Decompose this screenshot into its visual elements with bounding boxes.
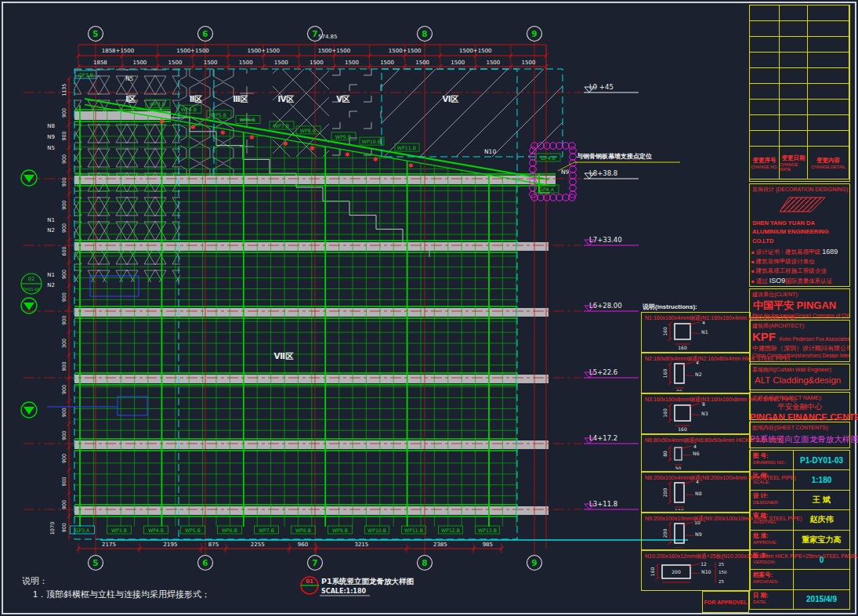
revision-cell (808, 5, 849, 21)
section-sketch-N10: 16020012N102515025 (642, 559, 748, 589)
svg-text:WP7.B: WP7.B (259, 527, 274, 533)
revision-cell (750, 21, 780, 37)
svg-text:2195: 2195 (164, 542, 178, 548)
revision-header-row: 变更序号CHANGE NO.变更日期CHANGE DATE变更内容CHANGE … (750, 147, 849, 179)
approval-text: FOR APPROVEL (704, 600, 748, 605)
title-row-archives-: 档案号:ARCHIVES: (750, 570, 849, 589)
legend-item-N2: N2:160x80x4mm钢通(N2:160x80x4mm HICK STEEL… (641, 353, 751, 393)
svg-text:160: 160 (662, 408, 668, 418)
svg-text:1500: 1500 (310, 60, 324, 66)
section-symbols: 02DY01-08 (21, 170, 42, 418)
consultant-name: ALT Cladding&design (750, 374, 849, 385)
title-row-label: 图 号:DRAWING NO.: (750, 451, 794, 469)
svg-text:2385: 2385 (433, 542, 447, 548)
svg-text:6: 6 (202, 29, 208, 38)
svg-text:WP4.B: WP4.B (148, 527, 164, 533)
svg-text:900: 900 (61, 476, 67, 486)
bottom-panel-labels: GP3.AWP3.BWP4.BWP5.BWP6.BWP7.BWP8.BWP9.B… (71, 526, 500, 534)
svg-text:GP4.A: GP4.A (539, 187, 555, 192)
revision-cell (808, 53, 849, 68)
revision-cell (808, 115, 849, 131)
svg-text:574.85: 574.85 (318, 34, 338, 40)
revision-cell (780, 53, 808, 68)
revision-cell (750, 84, 780, 100)
svg-text:900: 900 (61, 108, 67, 118)
svg-text:✱: ✱ (310, 145, 315, 152)
svg-text:1858+1500: 1858+1500 (102, 48, 135, 54)
floor-level-markers: L9 +45L8+38.8L7+33.40L6+28.00L5+22.6L4+1… (584, 83, 639, 509)
credential-bullet: ■建筑装饰甲级设计单位 (750, 257, 849, 266)
svg-text:8: 8 (422, 558, 427, 567)
title-row-drawing-no-: 图 号:DRAWING NO.:P1-DY01-03 (750, 451, 849, 470)
svg-text:9: 9 (531, 29, 537, 38)
svg-text:1500: 1500 (415, 60, 429, 66)
svg-text:985: 985 (483, 542, 493, 548)
svg-text:875: 875 (208, 542, 219, 548)
svg-text:25: 25 (719, 562, 724, 567)
svg-text:GP3.A: GP3.A (75, 527, 90, 533)
svg-text:N2: N2 (47, 227, 55, 234)
svg-text:WP11.B: WP11.B (397, 145, 416, 150)
project-name-en: PINGAN FINANCE CENTER (750, 412, 849, 422)
revision-cell (780, 21, 808, 37)
bullet-icon: ■ (751, 259, 755, 264)
top-dimensions: 1858150015001500150015001500150015001500… (77, 45, 548, 71)
section-sketch-N6: 80504N6 (642, 443, 748, 469)
svg-text:5: 5 (92, 558, 98, 567)
svg-text:900: 900 (61, 223, 67, 233)
svg-text:N10: N10 (484, 148, 496, 155)
svg-text:150: 150 (719, 570, 727, 574)
revision-cell (750, 115, 780, 131)
svg-text:25: 25 (719, 579, 724, 584)
svg-text:WP4.B: WP4.B (181, 107, 197, 112)
svg-text:1500+1500: 1500+1500 (176, 48, 209, 54)
architect-name-en: Kohn Pedersen Fox Associates P.C. (779, 336, 849, 342)
svg-text:50: 50 (675, 466, 682, 469)
revision-cell (808, 100, 849, 115)
svg-text:1500: 1500 (239, 60, 253, 66)
svg-text:Ⅲ区: Ⅲ区 (233, 95, 248, 103)
detail-title: 01P1系统竖立面龙骨放大样图SCALE:1:180 (301, 577, 414, 596)
legend-item-N8: N8:200x100x4mm钢通(N8:200x100x4mm HICK STE… (641, 472, 751, 513)
svg-text:SCALE:1:180: SCALE:1:180 (321, 588, 366, 595)
revision-row (750, 131, 849, 147)
revision-row (750, 115, 849, 131)
svg-text:N10: N10 (701, 569, 711, 574)
bullet-icon: ■ (751, 250, 755, 255)
title-row-value: 1:180 (794, 470, 849, 489)
svg-text:N1: N1 (47, 272, 55, 278)
note-item: 1．顶部斜横框与立柱与连接均采用焊接形式； (22, 588, 210, 601)
title-row-label-zh: 批 准: (753, 532, 793, 540)
title-row-label-en: ARCHIVES: (753, 579, 793, 584)
svg-text:900: 900 (61, 154, 67, 164)
revision-header-en: CHANGE NO. (751, 165, 778, 169)
svg-text:200: 200 (662, 488, 668, 498)
consultant-label: 幕墙顾问(Curtain Wall Engineer): (750, 364, 849, 374)
svg-text:12: 12 (701, 561, 707, 567)
svg-text:1500+1500: 1500+1500 (318, 48, 351, 54)
svg-text:DY01-08: DY01-08 (23, 287, 40, 292)
credential-bullet: ■通过 ISO9国际质量体系认证 (750, 276, 849, 286)
legend-item-N1: N1:160x160x4mm钢通(N1:160x160x4mm HICK STE… (641, 312, 751, 353)
revision-header-en: CHANGE DATE (780, 162, 807, 172)
decoration-designer-block: 装饰设计 (DECORATION DESIGNING): SHEN YANG Y… (749, 183, 850, 287)
bottom-dimensions: 21752195875225596032152385985 (77, 542, 504, 553)
svg-text:WP9.B: WP9.B (332, 527, 348, 533)
svg-text:WP11.B: WP11.B (404, 527, 423, 533)
svg-text:GP3.B: GP3.B (78, 72, 93, 78)
revision-cell (750, 100, 780, 115)
legend-item-label: N6:80x50x4mm钢通(N6:80x50x4mm HICK STEEL P… (645, 437, 784, 444)
title-row-value: 王 斌 (794, 491, 849, 509)
svg-text:900: 900 (61, 131, 67, 140)
svg-text:160: 160 (662, 369, 668, 379)
svg-text:N2: N2 (47, 282, 55, 288)
svg-text:WP6.B: WP6.B (240, 117, 255, 122)
legend-item-N9: N9:200x100x10mm钢通(N9:200x100x10mm HICK S… (641, 513, 751, 550)
title-row-value: P1-DY01-03 (794, 451, 849, 469)
svg-text:WP10.B: WP10.B (367, 527, 386, 533)
svg-text:N1: N1 (701, 329, 708, 335)
svg-text:✱: ✱ (373, 156, 378, 163)
svg-text:1500: 1500 (204, 60, 218, 66)
legend-item-label: N10:200x160x12mm钢通+25板(N10:200x160x12mm … (645, 553, 858, 560)
svg-text:✱: ✱ (283, 140, 288, 147)
